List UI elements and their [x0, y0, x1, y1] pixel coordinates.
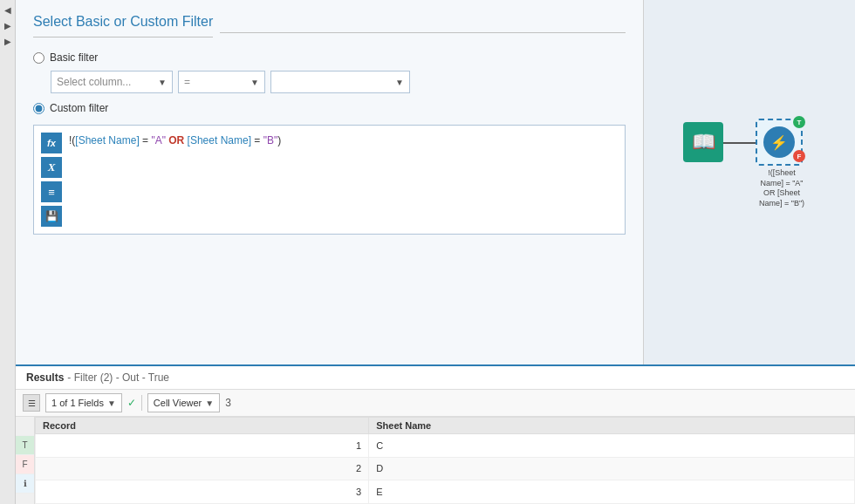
formula-x-button[interactable]: X: [41, 157, 62, 178]
sidebar-icon-3[interactable]: ▶: [2, 35, 14, 47]
results-subtitle: - Filter (2) - Out - True: [67, 371, 169, 384]
column-chevron-icon: ▼: [158, 78, 167, 87]
fields-dropdown[interactable]: 1 of 1 Fields ▼: [45, 393, 122, 412]
filter-node[interactable]: ⚡ T F !([Sheet Name] = "A" OR [Sheet Nam…: [756, 119, 808, 171]
operator-select[interactable]: = ▼: [178, 71, 265, 93]
col-header-record: Record: [36, 418, 369, 434]
results-panel: Results - Filter (2) - Out - True ☰ 1 of…: [16, 364, 855, 504]
row-indicator-2: F: [16, 455, 34, 474]
formula-display: !([Sheet Name] = "A" OR [Sheet Name] = "…: [69, 133, 618, 227]
row-indicator-3: ℹ: [16, 474, 34, 494]
columns-icon: ☰: [28, 398, 36, 408]
badge-true: T: [793, 116, 805, 128]
formula-doc-button[interactable]: ≡: [41, 181, 62, 202]
title-separator: [220, 32, 626, 33]
operator-chevron-icon: ▼: [250, 78, 259, 87]
badge-false: F: [793, 150, 805, 162]
data-table: Record Sheet Name 1 C 2 D 3 E: [35, 417, 855, 504]
sidebar-icon-1[interactable]: ◀: [2, 3, 14, 16]
filter-node-label: !([Sheet Name] = "A" OR [Sheet Name] = "…: [756, 168, 808, 209]
config-left-panel: Select Basic or Custom Filter Basic filt…: [16, 0, 644, 364]
x-icon: X: [48, 160, 56, 174]
panel-title-row: Select Basic or Custom Filter: [33, 14, 626, 51]
results-title: Results: [26, 371, 64, 384]
results-header: Results - Filter (2) - Out - True: [16, 366, 855, 390]
custom-filter-radio[interactable]: [33, 103, 44, 114]
fx-icon: fx: [47, 138, 56, 148]
record-2: 2: [36, 457, 369, 480]
value-chevron-icon: ▼: [395, 78, 404, 87]
connection-line: [723, 142, 756, 144]
book-node-icon: 📖: [683, 122, 723, 162]
formula-field1: [Sheet Name]: [75, 134, 139, 146]
row-indicator-1: T: [16, 436, 34, 455]
formula-field2: [Sheet Name]: [188, 134, 251, 146]
custom-filter-option: Custom filter: [33, 102, 626, 114]
basic-filter-option: Basic filter: [33, 51, 626, 64]
left-sidebar: ◀ ▶ ▶: [0, 0, 16, 504]
table-row: 1 C: [36, 434, 855, 458]
toolbar-separator: [141, 395, 142, 411]
book-node[interactable]: 📖: [683, 122, 727, 166]
formula-close: ): [277, 134, 281, 146]
fields-label: 1 of 1 Fields: [51, 398, 104, 408]
panel-title: Select Basic or Custom Filter: [33, 14, 213, 37]
formula-eq2: =: [251, 134, 263, 146]
value-select[interactable]: ▼: [270, 71, 410, 93]
records-count: 3: [225, 397, 231, 409]
basic-filter-row: Select column... ▼ = ▼ ▼: [51, 71, 626, 93]
doc-icon: ≡: [48, 186, 55, 199]
cell-viewer-label: Cell Viewer: [154, 398, 202, 408]
table-row: 2 D: [36, 457, 855, 480]
row-indicators: T F ℹ: [16, 417, 35, 504]
formula-or: OR: [166, 134, 188, 146]
data-table-container: T F ℹ Record Sheet Name 1 C: [16, 417, 855, 504]
custom-filter-content: fx X ≡ 💾 !([Sheet Nam: [33, 125, 626, 235]
sheetname-2: D: [369, 457, 855, 480]
columns-icon-btn[interactable]: ☰: [23, 394, 40, 412]
filter-options: Basic filter Select column... ▼ = ▼ ▼: [33, 51, 626, 114]
basic-filter-label[interactable]: Basic filter: [50, 51, 98, 64]
record-3: 3: [36, 480, 369, 504]
custom-filter-label[interactable]: Custom filter: [50, 102, 108, 114]
main-content: Select Basic or Custom Filter Basic filt…: [16, 0, 855, 504]
formula-val1: "A": [151, 134, 166, 146]
record-1: 1: [36, 434, 369, 458]
viewer-chevron-icon: ▼: [205, 398, 214, 408]
fields-chevron-icon: ▼: [107, 398, 116, 408]
filter-node-icon: ⚡: [763, 126, 795, 158]
formula-save-button[interactable]: 💾: [41, 206, 62, 227]
sheetname-3: E: [369, 480, 855, 504]
column-select-text: Select column...: [57, 76, 131, 88]
config-panel: Select Basic or Custom Filter Basic filt…: [16, 0, 855, 364]
formula-val2: "B": [263, 134, 278, 146]
filter-node-box: ⚡ T F: [756, 119, 803, 166]
check-icon[interactable]: ✓: [127, 397, 136, 409]
save-icon: 💾: [45, 210, 58, 222]
custom-filter-area: fx X ≡ 💾 !([Sheet Nam: [33, 125, 626, 235]
column-select[interactable]: Select column... ▼: [51, 71, 173, 93]
sidebar-icon-2[interactable]: ▶: [2, 19, 14, 31]
formula-eq1: =: [140, 134, 152, 146]
formula-fx-button[interactable]: fx: [41, 133, 62, 153]
workflow-canvas: 📖 ⚡ T F !([Sheet Name] = "A" OR [Sheet N…: [644, 0, 855, 364]
cell-viewer-btn[interactable]: Cell Viewer ▼: [147, 393, 220, 412]
operator-select-text: =: [184, 76, 190, 88]
canvas-area: 📖 ⚡ T F !([Sheet Name] = "A" OR [Sheet N…: [644, 0, 855, 364]
basic-filter-radio[interactable]: [33, 52, 44, 64]
results-toolbar: ☰ 1 of 1 Fields ▼ ✓ Cell Viewer ▼ 3: [16, 390, 855, 417]
col-header-sheetname: Sheet Name: [369, 418, 855, 434]
formula-icon-buttons: fx X ≡ 💾: [41, 133, 62, 227]
header-indicator: [16, 417, 34, 436]
sheetname-1: C: [369, 434, 855, 458]
table-row: 3 E: [36, 480, 855, 504]
